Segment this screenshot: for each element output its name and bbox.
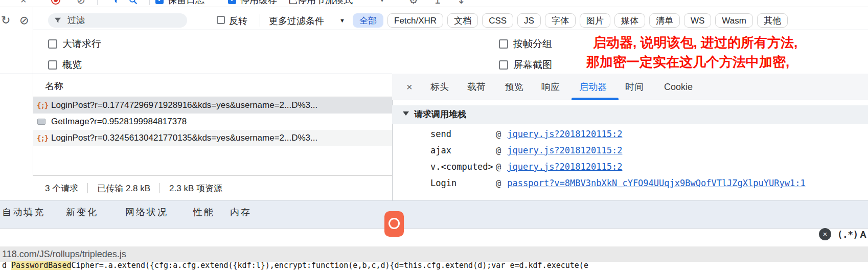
disable-cache-checkbox[interactable] [228, 0, 236, 4]
group-by-frame-label: 按帧分组 [513, 38, 552, 50]
network-request-row[interactable]: {;} LoginPost?r=0.17747296971928916&kds=… [33, 97, 392, 114]
filter-chip-js[interactable]: JS [517, 13, 541, 28]
tab-payload[interactable]: 载荷 [467, 81, 486, 93]
invert-filter-label: 反转 [229, 15, 247, 27]
stack-frame-location-link[interactable]: passport?v=8MBV3nbXkN_cYFO94UUqjx9BwQofV… [507, 175, 805, 191]
stack-frame-function: send [430, 126, 496, 142]
filter-chip-css[interactable]: CSS [482, 13, 513, 28]
filter-chip-doc[interactable]: 文档 [447, 13, 478, 28]
toolbar-separator [97, 0, 98, 5]
drawer-tab-memory[interactable]: 内存 [230, 206, 252, 218]
tab-preview[interactable]: 预览 [505, 81, 523, 93]
filter-chip-other[interactable]: 其他 [757, 13, 788, 28]
more-filters-button[interactable]: 更多过滤条件 [269, 15, 324, 27]
tab-initiator[interactable]: 启动器 [579, 81, 607, 93]
request-name: GetImage?r=0.9528199984817378 [51, 114, 187, 130]
regex-icon[interactable]: (.*) [837, 230, 858, 240]
toolbar-separator [149, 0, 150, 5]
throttling-select[interactable]: 已停用节流模式 [288, 0, 353, 7]
request-count: 3 个请求 [45, 183, 78, 194]
stack-frame: Login @ passport?v=8MBV3nbXkN_cYFO94UUqj… [430, 175, 806, 191]
network-filter-input[interactable]: 过滤 [48, 13, 187, 28]
clear-network-log-icon[interactable]: ⊘ [77, 0, 85, 7]
close-details-icon[interactable]: × [406, 81, 413, 93]
preserve-log-label: 保留日志 [168, 0, 204, 7]
filter-chip-fetch-xhr[interactable]: Fetch/XHR [387, 13, 443, 28]
stack-frame-at: @ [496, 142, 501, 159]
tab-response[interactable]: 响应 [541, 81, 560, 93]
stack-frame-function: ajax [430, 142, 496, 159]
request-type-filter-chips: 全部 Fetch/XHR 文档 CSS JS 字体 图片 媒体 清单 WS Wa… [353, 13, 788, 28]
filter-chip-img[interactable]: 图片 [580, 13, 610, 28]
stack-frame: ajax @ jquery.js?2018120115:2 [430, 142, 622, 159]
tab-headers[interactable]: 标头 [430, 81, 449, 93]
drawer-tab-autofill[interactable]: 自动填充 [2, 206, 45, 218]
screenshots-checkbox[interactable] [499, 60, 508, 70]
preserve-log-checkbox[interactable] [155, 0, 164, 4]
screenshots-label: 屏幕截图 [513, 59, 552, 71]
xhr-request-icon: {;} [37, 130, 48, 146]
resource-size: 2.3 kB 项资源 [169, 183, 222, 194]
filter-chip-media[interactable]: 媒体 [614, 13, 645, 28]
filter-chip-all[interactable]: 全部 [353, 13, 383, 28]
code-before: d [2, 261, 11, 270]
request-name: LoginPost?r=0.32456130421770135&kds=yes&… [51, 130, 317, 146]
reload-icon[interactable]: ↻ [1, 14, 10, 27]
network-request-row[interactable]: {;} LoginPost?r=0.32456130421770135&kds=… [33, 130, 392, 146]
summary-divider [87, 183, 88, 193]
overlay-ring-glyph [389, 218, 400, 229]
drawer-tab-performance[interactable]: 性能 [193, 206, 215, 218]
record-network-log-icon[interactable] [51, 0, 60, 5]
collapse-triangle-icon[interactable] [403, 111, 409, 116]
devtools-window: × ⊘ 保留日志 停用缓存 已停用节流模式 ▼ ⚙ ↥ ↧ ↻ ⊘ [0, 0, 868, 271]
group-by-frame-checkbox[interactable] [499, 39, 508, 49]
stack-frame-location-link[interactable]: jquery.js?2018120115:2 [507, 159, 622, 175]
annotation-line-1: 启动器, 说明该包, 进过的所有方法, [593, 35, 797, 50]
request-name: LoginPost?r=0.17747296971928916&kds=yes&… [51, 97, 317, 114]
filter-chip-font[interactable]: 字体 [545, 13, 576, 28]
annotation-line-2: 那加密一定实在这几个方法中加密, [586, 54, 789, 70]
stack-frame-function: Login [430, 175, 496, 191]
more-filters-arrow-icon: ▼ [339, 17, 345, 24]
filter-chip-manifest[interactable]: 清单 [649, 13, 680, 28]
drawer-tab-network-conditions[interactable]: 网络状况 [125, 206, 168, 218]
throttling-dropdown-arrow-icon[interactable]: ▼ [379, 0, 385, 7]
tab-timing[interactable]: 时间 [625, 81, 644, 93]
overview-checkbox[interactable] [48, 60, 57, 70]
stack-frame-location-link[interactable]: jquery.js?2018120115:2 [507, 142, 622, 159]
search-close-icon[interactable]: × [819, 228, 831, 240]
filter-chip-wasm[interactable]: Wasm [715, 13, 753, 28]
devtools-main-toolbar: × ⊘ 保留日志 停用缓存 已停用节流模式 ▼ ⚙ ↥ ↧ [0, 0, 868, 7]
stack-frame: send @ jquery.js?2018120115:2 [430, 126, 622, 142]
drawer-tab-changes[interactable]: 新变化 [66, 206, 98, 218]
large-request-rows-checkbox[interactable] [48, 39, 57, 49]
search-result-file-path: 118.com/JS/rollups/tripledes.js [2, 246, 126, 262]
image-request-icon [37, 119, 45, 125]
close-devtools-icon[interactable]: × [20, 0, 27, 7]
tab-cookies[interactable]: Cookie [664, 81, 693, 93]
code-after: Cipher=.a.extend({cfg:a.cfg.extend({kdf:… [71, 261, 588, 270]
search-icon[interactable] [129, 0, 138, 7]
filter-toggle-icon[interactable] [111, 0, 120, 7]
export-har-icon[interactable]: ↧ [457, 0, 466, 7]
large-request-rows-label: 大请求行 [62, 38, 101, 50]
screen-recorder-overlay-icon[interactable] [384, 211, 404, 237]
block-requests-icon[interactable]: ⊘ [19, 14, 29, 27]
search-result-code-line[interactable]: d PasswordBasedCipher=.a.extend({cfg:a.c… [2, 261, 588, 270]
stack-frame-at: @ [496, 175, 501, 191]
network-settings-gear-icon[interactable]: ⚙ [409, 0, 418, 7]
filter-placeholder: 过滤 [67, 15, 85, 26]
network-request-row[interactable]: GetImage?r=0.9528199984817378 [33, 114, 392, 130]
invert-filter-checkbox[interactable] [217, 16, 225, 24]
network-summary-bar: 3 个请求 已传输 2.8 kB 2.3 kB 项资源 [33, 175, 392, 200]
import-har-icon[interactable]: ↥ [433, 0, 442, 7]
disable-cache-label: 停用缓存 [240, 0, 277, 7]
stack-frame: v.<computed> @ jquery.js?2018120115:2 [430, 159, 622, 175]
search-result-file-header[interactable]: 118.com/JS/rollups/tripledes.js [0, 246, 868, 262]
stack-frame-at: @ [496, 159, 501, 175]
code-match-highlight: PasswordBased [11, 261, 71, 270]
match-case-icon[interactable]: A [860, 230, 866, 240]
name-column-header[interactable]: 名称 [45, 80, 63, 92]
filter-chip-ws[interactable]: WS [684, 13, 711, 28]
stack-frame-location-link[interactable]: jquery.js?2018120115:2 [507, 126, 622, 142]
